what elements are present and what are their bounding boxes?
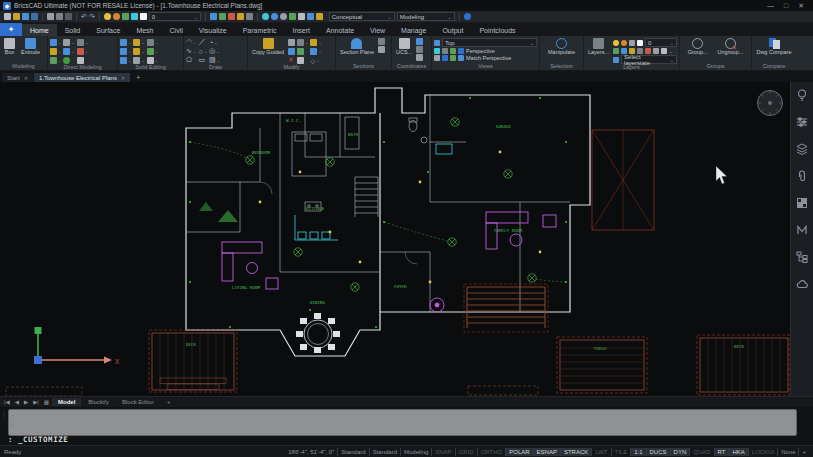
first-layout-icon[interactable]: |◀ (2, 399, 12, 405)
status-add-button[interactable]: + (799, 448, 809, 456)
dm-tool-button[interactable]: ⌄ (77, 38, 88, 46)
layers-button[interactable]: Layers... (586, 37, 611, 57)
workspace-combo[interactable]: Modeling⌄ (397, 12, 455, 21)
view-cube-icon[interactable] (298, 13, 305, 20)
extrude-button[interactable]: Extrude (19, 37, 42, 57)
group-button[interactable]: Group... (686, 37, 710, 57)
lightbulb-on-icon[interactable] (104, 13, 111, 20)
new-document-tab-button[interactable]: + (131, 73, 145, 82)
layout-tab-block-editor[interactable]: Block Editor (116, 398, 160, 406)
mirror-button[interactable]: ⌄ (297, 38, 308, 46)
ellipse-button[interactable]: ◔⌄ (209, 38, 220, 46)
add-layout-button[interactable]: + (161, 398, 177, 406)
light-symbols[interactable] (259, 151, 542, 284)
floorplan-interior-walls[interactable] (186, 95, 570, 312)
se-tool-button[interactable]: ⌄ (133, 47, 144, 55)
scale-button[interactable] (297, 47, 308, 55)
view-tool-icon[interactable] (450, 55, 456, 61)
save-as-icon[interactable] (31, 13, 38, 20)
move-button[interactable] (288, 38, 295, 46)
transparency-icon[interactable] (131, 13, 138, 20)
last-layout-icon[interactable]: ▶| (31, 399, 41, 405)
materials-icon[interactable] (289, 13, 296, 20)
drawing-canvas[interactable]: BEDROOM BATH KITCHEN DINING LIVING ROOM … (0, 82, 790, 396)
fillet-button[interactable]: ⌄ (310, 47, 321, 55)
se-tool-button[interactable]: ⌄ (147, 56, 158, 64)
dm-tool-button[interactable]: ⌄ (63, 38, 74, 46)
box-button[interactable]: Box (2, 37, 17, 57)
section-plane-button[interactable]: Section Plane (338, 37, 376, 57)
arc-button[interactable]: ◠⌄ (186, 38, 196, 46)
tab-surface[interactable]: Surface (88, 24, 128, 36)
kitchen-counters[interactable] (295, 144, 452, 240)
command-input[interactable]: : _CUSTOMIZE (8, 435, 68, 444)
tab-pointclouds[interactable]: Pointclouds (471, 24, 523, 36)
view-tool-icon[interactable] (442, 55, 448, 61)
polygon-button[interactable]: ⬠ (186, 56, 196, 64)
tab-manage[interactable]: Manage (393, 24, 434, 36)
manipulate-button[interactable]: Manipulate (546, 37, 577, 57)
sun-icon[interactable] (237, 13, 244, 20)
open-file-icon[interactable] (13, 13, 20, 20)
redo-icon[interactable]: ↷ (89, 13, 95, 21)
toggle-tile[interactable]: TILE (612, 448, 632, 456)
tab-insert[interactable]: Insert (284, 24, 318, 36)
doc-tab-start[interactable]: Start✕ (2, 73, 33, 82)
se-tool-button[interactable]: ⌄ (120, 38, 131, 46)
help-icon[interactable] (464, 13, 471, 20)
status-field-annoscale[interactable]: Standard (338, 448, 369, 456)
layer-tool-icon[interactable] (613, 48, 619, 54)
trim-button[interactable]: ⌄ (310, 38, 321, 46)
se-tool-button[interactable]: ⌄ (120, 47, 131, 55)
tab-view[interactable]: View (362, 24, 393, 36)
tab-annotate[interactable]: Annotate (318, 24, 362, 36)
copy-guided-button[interactable]: Copy Guided (250, 37, 286, 57)
tab-solid[interactable]: Solid (57, 24, 89, 36)
status-field-workspace[interactable]: Modeling (401, 448, 432, 456)
dm-tool-button[interactable]: ⌄ (77, 47, 88, 55)
layout-tab-model[interactable]: Model (52, 398, 81, 406)
clipped-deck-fragments[interactable] (6, 386, 538, 396)
view-tool-icon[interactable] (434, 55, 440, 61)
attachments-icon[interactable] (795, 169, 809, 183)
layer-freeze-icon[interactable] (621, 40, 627, 46)
tab-visualize[interactable]: Visualize (191, 24, 235, 36)
cloud-icon[interactable] (795, 277, 809, 291)
status-field-none[interactable]: None (778, 448, 799, 456)
se-tool-button[interactable]: ⌄ (120, 56, 131, 64)
dm-tool-button[interactable]: ⌄ (50, 38, 61, 46)
spline-button[interactable]: ◎⌄ (209, 47, 220, 55)
command-history[interactable]: ∶∶ (8, 409, 797, 436)
search-icon[interactable] (316, 13, 323, 20)
view-select[interactable]: Top ⌄ (442, 38, 537, 47)
toggle-scale[interactable]: 1:1 (631, 448, 646, 456)
se-tool-button[interactable]: ⌄ (147, 47, 158, 55)
minimize-button[interactable]: — (767, 2, 774, 10)
dining-table[interactable] (296, 313, 340, 353)
porch-stairs-center[interactable] (464, 284, 548, 332)
toggle-esnap[interactable]: ESNAP (534, 448, 561, 456)
properties-icon[interactable] (795, 115, 809, 129)
layerstate-select[interactable]: Select layerstate ⌄ (621, 55, 677, 64)
preview-icon[interactable] (56, 13, 63, 20)
toggle-hka[interactable]: HKA (729, 448, 748, 456)
layer-lock-icon[interactable] (629, 40, 635, 46)
match-perspective-button[interactable]: Match Perspective (466, 55, 511, 61)
close-tab-icon[interactable]: ✕ (24, 75, 28, 81)
layer-color-icon[interactable] (637, 40, 643, 46)
garage-roof-outline[interactable] (592, 130, 654, 230)
camera-icon[interactable] (246, 13, 253, 20)
blocks-icon[interactable] (795, 196, 809, 210)
view-tool-icon[interactable] (450, 48, 456, 54)
dwg-compare-button[interactable]: Dwg Compare (754, 37, 793, 57)
toggle-dyn[interactable]: DYN (671, 448, 691, 456)
publish-icon[interactable] (65, 13, 72, 20)
next-layout-icon[interactable]: ▶ (22, 399, 30, 405)
toggle-ducs[interactable]: DUCS (647, 448, 671, 456)
prev-layout-icon[interactable]: ◀ (13, 399, 21, 405)
rotate-button[interactable] (288, 47, 295, 55)
render-style-combo[interactable]: Conceptual⌄ (329, 12, 395, 21)
ungroup-button[interactable]: ✕ Ungroup... (716, 37, 746, 57)
toggle-lwt[interactable]: LWT (592, 448, 611, 456)
ucs-face-icon[interactable] (416, 46, 423, 53)
